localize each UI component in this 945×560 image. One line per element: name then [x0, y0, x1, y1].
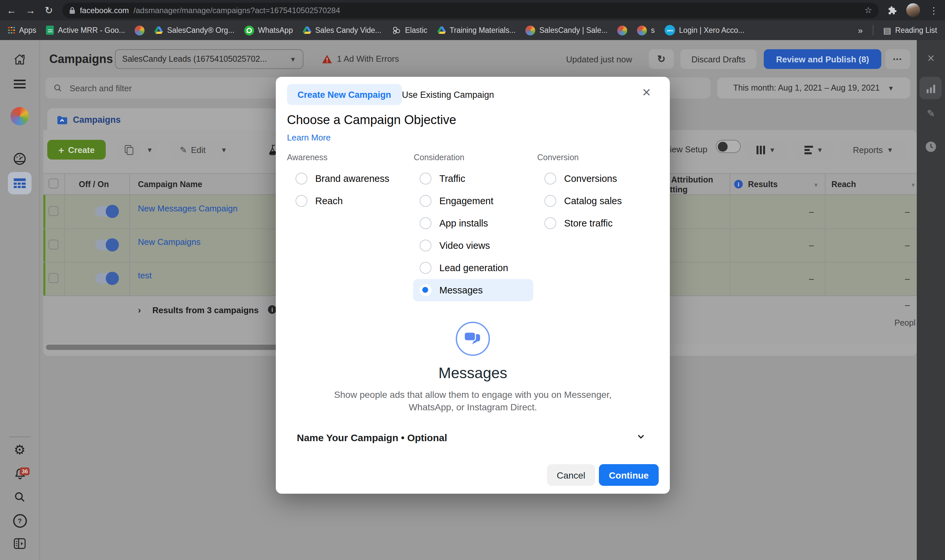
ads-reporting-icon[interactable] [0, 152, 39, 166]
objective-store-traffic[interactable]: Store traffic [545, 212, 613, 234]
row-checkbox[interactable] [49, 273, 58, 283]
performance-chart-button[interactable] [919, 77, 942, 99]
column-reach[interactable]: Reach [831, 180, 856, 189]
row-checkbox[interactable] [49, 240, 58, 249]
radio-icon [296, 173, 307, 185]
objective-video-views[interactable]: Video views [420, 234, 490, 257]
breakdown-button[interactable]: ▼ [793, 140, 834, 160]
account-avatar[interactable] [0, 107, 39, 125]
tab-create-new-campaign[interactable]: Create New Campaign [287, 84, 402, 105]
campaign-link[interactable]: New Messages Campaign [138, 203, 237, 213]
learn-more-link[interactable]: Learn More [287, 132, 331, 143]
discard-drafts-button[interactable]: Discard Drafts [680, 49, 757, 69]
duplicate-dropdown[interactable]: ▼ [143, 140, 157, 160]
reload-icon[interactable]: ↻ [45, 5, 53, 15]
home-icon[interactable] [0, 53, 39, 66]
bookmark-item[interactable]: Elastic [391, 25, 428, 35]
info-icon[interactable]: i [268, 305, 277, 314]
bookmark-item[interactable]: SalesCandy® Org... [155, 26, 234, 34]
objective-brand-awareness[interactable]: Brand awareness [296, 168, 389, 190]
history-clock-icon[interactable] [924, 140, 938, 154]
column-campaign-name[interactable]: Campaign Name [138, 180, 202, 189]
select-all-checkbox[interactable] [49, 178, 58, 188]
campaign-toggle-on[interactable] [95, 240, 117, 250]
chevron-down-icon[interactable] [636, 431, 646, 442]
campaign-toggle-on[interactable] [95, 273, 117, 284]
bookmark-item[interactable] [135, 25, 145, 35]
menu-icon[interactable] [0, 80, 39, 89]
refresh-button[interactable]: ↻ [649, 49, 674, 69]
pinwheel-icon [617, 25, 627, 35]
campaign-toggle-on[interactable] [95, 206, 117, 217]
bookmark-item[interactable]: s [637, 25, 655, 35]
bookmark-item[interactable] [617, 25, 627, 35]
objective-engagement[interactable]: Engagement [420, 190, 493, 212]
bookmark-item[interactable]: xero Login | Xero Acco... [665, 25, 744, 35]
column-attribution[interactable]: Attribution [671, 175, 713, 185]
bookmark-star-icon[interactable]: ☆ [865, 5, 872, 15]
more-options-button[interactable]: ••• [885, 49, 910, 69]
reports-button[interactable]: Reports ▼ [840, 140, 906, 160]
continue-button[interactable]: Continue [599, 464, 659, 486]
sort-icon[interactable]: ▾ [911, 181, 915, 188]
view-setup-label: iew Setup [670, 145, 707, 154]
modal-close-icon[interactable]: × [642, 85, 651, 100]
bookmark-item[interactable]: Training Materials... [437, 26, 516, 34]
search-sidebar-icon[interactable] [0, 491, 39, 503]
search-icon [53, 83, 62, 92]
collapse-sidebar-icon[interactable] [0, 538, 39, 549]
browser-profile-avatar[interactable] [906, 3, 920, 17]
duplicate-button[interactable] [117, 140, 140, 160]
sort-icon[interactable]: ▾ [814, 181, 817, 188]
edit-pencil-icon[interactable]: ✎ [917, 108, 945, 120]
help-icon[interactable]: ? [0, 514, 39, 528]
objective-traffic[interactable]: Traffic [420, 168, 465, 190]
column-results[interactable]: Results [748, 180, 777, 189]
objective-conversions[interactable]: Conversions [545, 168, 617, 190]
bookmark-item[interactable]: SalesCandy | Sale... [525, 25, 608, 35]
objective-lead-generation[interactable]: Lead generation [420, 257, 508, 279]
browser-menu-icon[interactable]: ⋮ [929, 5, 939, 15]
edit-dropdown[interactable]: ▼ [217, 140, 231, 160]
errors-indicator[interactable]: 1 Ad With Errors [322, 54, 399, 64]
bookmark-apps[interactable]: Apps [8, 26, 36, 34]
tab-use-existing-campaign[interactable]: Use Existing Campaign [402, 84, 494, 105]
url-bar[interactable]: facebook.com /adsmanager/manage/campaign… [62, 2, 879, 18]
columns-button[interactable]: ▼ [745, 140, 787, 160]
edit-button[interactable]: ✎ Edit [170, 140, 215, 160]
view-setup-toggle[interactable] [716, 140, 741, 153]
modal-title: Choose a Campaign Objective [287, 113, 456, 128]
objective-reach[interactable]: Reach [296, 190, 343, 212]
bookmarks-overflow-chevron[interactable]: » [858, 25, 863, 35]
tab-campaigns[interactable]: Campaigns [47, 108, 277, 131]
results-info-icon[interactable]: i [734, 180, 743, 188]
search-input[interactable] [68, 82, 268, 94]
objective-catalog-sales[interactable]: Catalog sales [545, 190, 622, 212]
objective-messages-selected[interactable]: Messages [420, 279, 483, 302]
review-publish-button[interactable]: Review and Publish (8) [764, 49, 881, 69]
back-icon[interactable]: ← [6, 5, 17, 15]
campaign-link[interactable]: New Campaigns [138, 237, 201, 247]
ad-account-selector[interactable]: SalesCandy Leads (16754105025702... ▼ [115, 49, 303, 69]
bookmark-item[interactable]: Sales Candy Vide... [303, 26, 382, 34]
row-checkbox[interactable] [49, 206, 58, 216]
objective-app-installs[interactable]: App installs [420, 212, 488, 234]
create-campaign-modal: Create New Campaign Use Existing Campaig… [276, 77, 670, 494]
bookmark-item[interactable]: WhatsApp [244, 25, 293, 35]
reading-list[interactable]: ▤ Reading List [883, 25, 937, 35]
name-campaign-section[interactable]: Name Your Campaign • Optional [297, 432, 447, 443]
date-range-selector[interactable]: This month: Aug 1, 2021 – Aug 19, 2021 ▼ [717, 77, 910, 98]
column-off-on[interactable]: Off / On [79, 180, 109, 189]
bookmark-item[interactable]: Active MRR - Goo... [46, 26, 125, 35]
extensions-icon[interactable] [888, 6, 897, 15]
expand-results-chevron[interactable]: › [138, 305, 141, 315]
campaign-link[interactable]: test [138, 271, 152, 280]
close-icon[interactable]: × [917, 51, 945, 66]
create-button[interactable]: + Create [47, 140, 106, 160]
settings-gear-icon[interactable]: ⚙ [0, 443, 39, 456]
drive-icon [303, 26, 311, 34]
forward-icon[interactable]: → [26, 5, 35, 15]
cancel-button[interactable]: Cancel [547, 464, 595, 486]
campaigns-nav-selected[interactable] [8, 172, 32, 194]
pinwheel-icon [525, 25, 535, 35]
